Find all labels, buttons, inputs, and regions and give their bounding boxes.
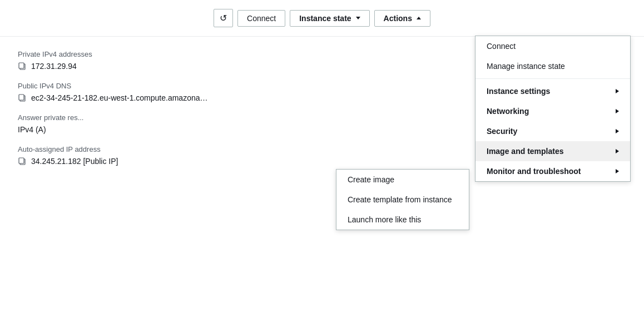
connect-label: Connect	[247, 14, 276, 23]
svg-rect-3	[19, 95, 24, 100]
refresh-button[interactable]: ↺	[214, 9, 233, 27]
instance-state-label: Instance state	[299, 14, 351, 23]
dropdown-security[interactable]: Security	[475, 121, 630, 141]
actions-label: Actions	[384, 14, 412, 23]
copy-icon-dns[interactable]	[18, 93, 27, 102]
copy-icon-ip[interactable]	[18, 157, 27, 166]
create-template-item[interactable]: Create template from instance	[336, 190, 469, 210]
ipv4-type: IPv4 (A)	[18, 125, 46, 134]
chevron-up-icon	[417, 17, 421, 19]
auto-assigned-value: 34.245.21.182 [Public IP]	[31, 157, 118, 166]
public-ipv4-dns-value: ec2-34-245-21-182.eu-west-1.compute.amaz…	[31, 93, 209, 102]
svg-rect-5	[19, 158, 24, 163]
chevron-down-icon	[356, 17, 360, 19]
private-ipv4-value: 172.31.29.94	[31, 62, 77, 71]
main-container: ↺ Connect Instance state Actions Private…	[0, 0, 644, 333]
chevron-right-icon-5	[616, 169, 619, 173]
launch-more-item[interactable]: Launch more like this	[336, 210, 469, 230]
refresh-icon: ↺	[220, 13, 227, 23]
chevron-right-icon-2	[616, 109, 619, 113]
chevron-right-icon-3	[616, 129, 619, 133]
divider-1	[475, 78, 630, 79]
dropdown-instance-settings[interactable]: Instance settings	[475, 81, 630, 101]
actions-button[interactable]: Actions	[374, 10, 430, 27]
copy-icon[interactable]	[18, 62, 27, 71]
dropdown-monitor-and-troubleshoot[interactable]: Monitor and troubleshoot	[475, 161, 630, 181]
connect-button[interactable]: Connect	[237, 10, 285, 27]
image-templates-submenu: Create image Create template from instan…	[336, 169, 469, 230]
dropdown-manage-instance-state[interactable]: Manage instance state	[475, 56, 630, 76]
chevron-right-icon-4	[616, 149, 619, 153]
dropdown-image-and-templates[interactable]: Image and templates	[475, 141, 630, 161]
dropdown-connect[interactable]: Connect	[475, 36, 630, 56]
actions-dropdown: Connect Manage instance state Instance s…	[475, 36, 631, 182]
dropdown-networking[interactable]: Networking	[475, 101, 630, 121]
chevron-right-icon	[616, 89, 619, 93]
create-image-item[interactable]: Create image	[336, 170, 469, 190]
toolbar: ↺ Connect Instance state Actions	[0, 0, 644, 37]
instance-state-button[interactable]: Instance state	[290, 10, 369, 27]
svg-rect-1	[19, 63, 24, 68]
